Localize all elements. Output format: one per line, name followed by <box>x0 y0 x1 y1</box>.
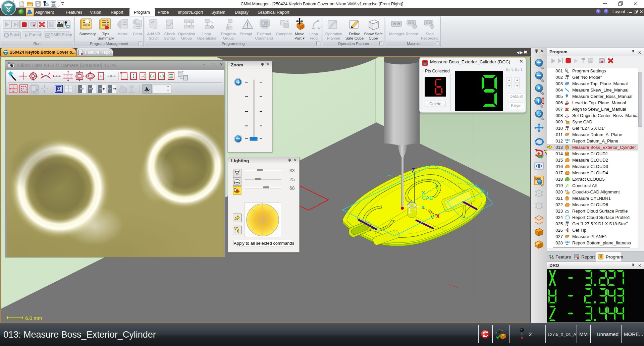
svg-text:DCC: DCC <box>58 25 62 27</box>
svg-text:X: X <box>421 205 425 210</box>
svg-text:Z: Z <box>412 167 415 174</box>
svg-text:VB: VB <box>151 21 154 24</box>
svg-text:Y: Y <box>435 184 439 190</box>
svg-text:DM: DM <box>46 35 49 37</box>
svg-text:68: 68 <box>289 185 295 191</box>
svg-text:33: 33 <box>289 168 295 173</box>
svg-text:X: X <box>436 214 440 219</box>
svg-text:CAD: CAD <box>422 195 433 201</box>
svg-text:6.0 mm: 6.0 mm <box>25 315 42 321</box>
svg-text:25: 25 <box>289 177 295 182</box>
svg-text:A: A <box>538 86 541 91</box>
svg-text:X: X <box>422 190 425 195</box>
